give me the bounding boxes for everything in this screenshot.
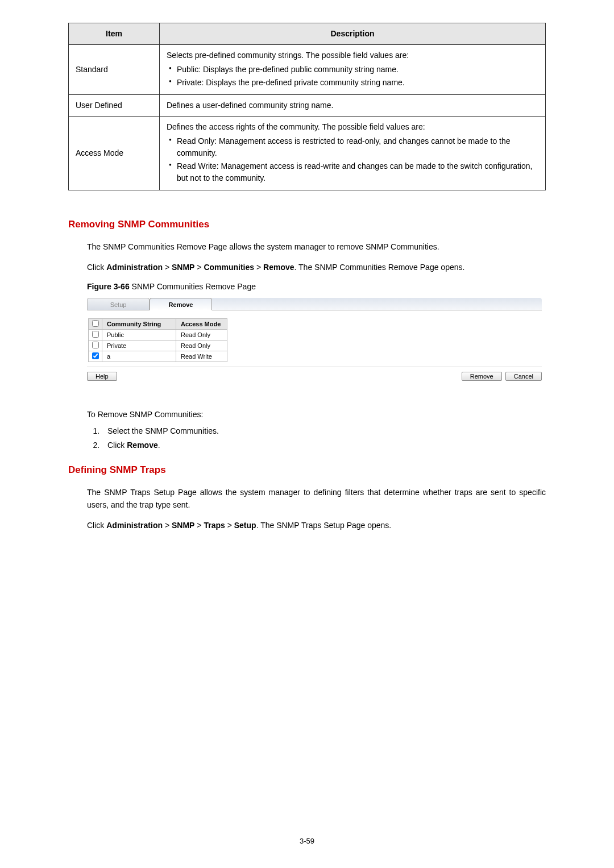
- row-checkbox[interactable]: [92, 342, 99, 348]
- cell-community-string: a: [102, 351, 176, 362]
- remove-button[interactable]: Remove: [462, 372, 502, 381]
- breadcrumb-part: SNMP: [172, 521, 194, 530]
- panel-footer: Help Remove Cancel: [87, 367, 542, 381]
- tab-bar-spacer: [212, 298, 542, 310]
- bullet: Public: Displays the pre-defined public …: [167, 64, 538, 76]
- tab-remove[interactable]: Remove: [150, 298, 212, 310]
- tab-setup[interactable]: Setup: [87, 298, 150, 310]
- cell-item: Standard: [69, 45, 160, 95]
- breadcrumb-part: Administration: [106, 263, 163, 272]
- bullet: Read Write: Management access is read-wr…: [167, 160, 538, 184]
- cell-desc: Defines the access rights of the communi…: [160, 117, 546, 190]
- cell-access-mode: Read Write: [176, 351, 227, 362]
- paragraph: The SNMP Communities Remove Page allows …: [87, 240, 546, 253]
- heading-removing-snmp-communities: Removing SNMP Communities: [68, 219, 546, 230]
- desc-intro: Defines the access rights of the communi…: [167, 122, 425, 131]
- breadcrumb-part: Remove: [263, 263, 294, 272]
- text: >: [163, 521, 172, 530]
- figure-title: SNMP Communities Remove Page: [130, 282, 256, 291]
- text: >: [254, 263, 263, 272]
- steps-list: Select the SNMP Communities. Click Remov…: [87, 424, 546, 452]
- snmp-communities-remove-panel: Setup Remove Community String Access Mod…: [87, 298, 542, 385]
- breadcrumb-part: SNMP: [172, 263, 194, 272]
- table-row: a Read Write: [89, 351, 227, 362]
- cell-access-mode: Read Only: [176, 340, 227, 351]
- table-row: Access Mode Defines the access rights of…: [69, 117, 546, 190]
- text: Click: [87, 263, 106, 272]
- paragraph: The SNMP Traps Setup Page allows the sys…: [87, 486, 546, 512]
- col-header-community-string: Community String: [102, 318, 176, 329]
- text: >: [163, 263, 172, 272]
- cell-community-string: Public: [102, 329, 176, 340]
- paragraph: To Remove SNMP Communities:: [87, 408, 546, 421]
- col-header-item: Item: [69, 23, 160, 45]
- heading-defining-snmp-traps: Defining SNMP Traps: [68, 464, 546, 476]
- figure-number: Figure 3-66: [87, 282, 130, 291]
- col-header-select-all[interactable]: [89, 318, 102, 329]
- table-row: Public Read Only: [89, 329, 227, 340]
- cell-desc: Defines a user-defined community string …: [160, 95, 546, 117]
- item-description-table: Item Description Standard Selects pre-de…: [68, 23, 546, 190]
- text: Click: [107, 441, 127, 450]
- bullet: Private: Displays the pre-defined privat…: [167, 77, 538, 89]
- step: Click Remove.: [102, 438, 546, 452]
- text: Click: [87, 521, 106, 530]
- breadcrumb-part: Communities: [204, 263, 254, 272]
- select-all-checkbox[interactable]: [92, 320, 99, 327]
- paragraph: Click Administration > SNMP > Communitie…: [87, 261, 546, 273]
- breadcrumb-part: Administration: [106, 521, 163, 530]
- page-number: 3-59: [0, 837, 614, 845]
- step: Select the SNMP Communities.: [102, 424, 546, 438]
- tab-bar: Setup Remove: [87, 298, 542, 310]
- bold: Remove: [127, 441, 157, 450]
- table-row: Private Read Only: [89, 340, 227, 351]
- row-checkbox[interactable]: [92, 331, 99, 338]
- col-header-access-mode: Access Mode: [176, 318, 227, 329]
- table-row: User Defined Defines a user-defined comm…: [69, 95, 546, 117]
- help-button[interactable]: Help: [87, 372, 117, 381]
- text: .: [158, 441, 160, 450]
- cell-item: User Defined: [69, 95, 160, 117]
- desc-intro: Selects pre-defined community strings. T…: [167, 51, 409, 60]
- breadcrumb-part: Setup: [234, 521, 256, 530]
- breadcrumb-part: Traps: [204, 521, 225, 530]
- cell-item: Access Mode: [69, 117, 160, 190]
- col-header-description: Description: [160, 23, 546, 45]
- cancel-button[interactable]: Cancel: [505, 372, 542, 381]
- bullet: Read Only: Management access is restrict…: [167, 135, 538, 159]
- cell-access-mode: Read Only: [176, 329, 227, 340]
- text: >: [194, 263, 204, 272]
- text: >: [194, 521, 204, 530]
- cell-desc: Selects pre-defined community strings. T…: [160, 45, 546, 95]
- table-row: Standard Selects pre-defined community s…: [69, 45, 546, 95]
- row-checkbox[interactable]: [92, 352, 99, 359]
- text: >: [225, 521, 234, 530]
- figure-caption: Figure 3-66 SNMP Communities Remove Page: [87, 282, 546, 291]
- text: . The SNMP Traps Setup Page opens.: [256, 521, 392, 530]
- text: . The SNMP Communities Remove Page opens…: [294, 263, 465, 272]
- communities-table: Community String Access Mode Public Read…: [88, 318, 227, 362]
- paragraph: Click Administration > SNMP > Traps > Se…: [87, 519, 546, 531]
- cell-community-string: Private: [102, 340, 176, 351]
